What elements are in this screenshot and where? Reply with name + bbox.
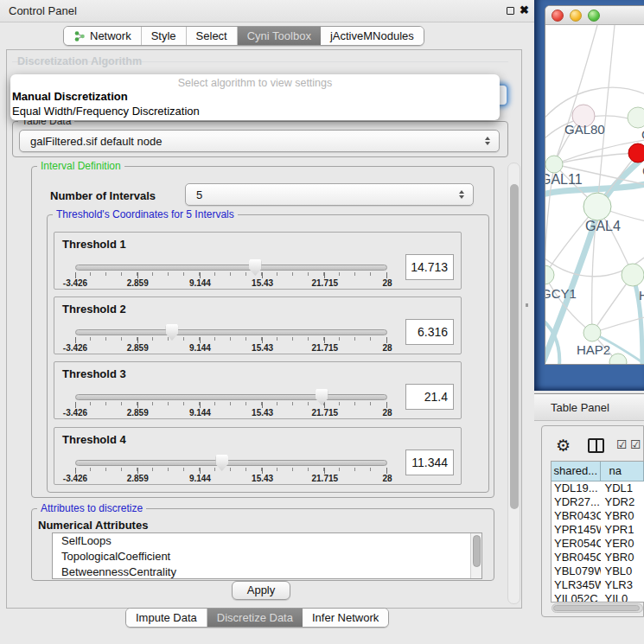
scale-label: 28 — [382, 343, 392, 353]
scrollbar-thumb[interactable] — [510, 184, 519, 509]
tab-network[interactable]: Network — [64, 27, 142, 45]
network-icon — [73, 30, 86, 42]
algorithm-dropdown-popup: Select algorithm to view settings Manual… — [10, 74, 500, 120]
tab-select[interactable]: Select — [187, 27, 238, 45]
table-cell[interactable]: YLR3 — [601, 578, 644, 592]
table-row[interactable]: YIL052C YIL0 — [552, 592, 644, 603]
table-cell[interactable]: YER0 — [601, 537, 644, 551]
scale-label: 28 — [382, 278, 392, 288]
apply-button[interactable]: Apply — [232, 581, 290, 600]
table-cell[interactable]: YER054C — [552, 537, 601, 551]
table-row[interactable]: YBR043C YBR0 — [552, 509, 644, 523]
float-window-icon[interactable] — [507, 7, 514, 15]
attributes-group-title: Attributes to discretize — [37, 502, 146, 514]
table-cell[interactable]: YIL052C — [552, 592, 601, 603]
column-header-name[interactable]: na — [601, 462, 644, 481]
table-row[interactable]: YLR345W YLR3 — [552, 578, 644, 592]
close-icon[interactable]: ✖ — [520, 3, 529, 16]
node-gcy1[interactable] — [545, 265, 554, 284]
zoom-traffic-light-icon[interactable] — [588, 10, 600, 22]
slider-track[interactable] — [75, 329, 387, 335]
main-scrollbar[interactable] — [507, 163, 520, 604]
tab-infer-network[interactable]: Infer Network — [303, 609, 388, 627]
table-cell[interactable]: YIL0 — [601, 592, 644, 603]
interval-definition-title: Interval Definition — [37, 160, 124, 172]
threshold-2-slider[interactable]: -3.426 2.859 9.144 15.43 21.715 28 — [75, 323, 387, 353]
threshold-3-value-field[interactable]: 21.4 — [405, 384, 454, 410]
node-h[interactable] — [622, 264, 644, 286]
node-red-selected[interactable] — [628, 143, 644, 163]
scale-label: 15.43 — [252, 343, 273, 353]
attributes-list[interactable]: SelfLoops TopologicalCoefficient Between… — [52, 532, 482, 579]
network-window-titlebar[interactable] — [545, 6, 644, 25]
table-cell[interactable]: YDR27... — [552, 495, 601, 509]
checkbox-checked-icon[interactable]: ☑ — [630, 437, 641, 451]
screen: Control Panel ✖ Network Style Select Cyn… — [0, 0, 644, 644]
tab-discretize-data[interactable]: Discretize Data — [207, 609, 303, 627]
dropdown-option-manual[interactable]: Manual Discretization — [12, 90, 128, 103]
node-gal11[interactable] — [545, 156, 563, 173]
table-cell[interactable]: YDL1 — [601, 481, 644, 495]
node-label-gcy1: GCY1 — [545, 286, 577, 301]
table-cell[interactable]: YPR1 — [601, 523, 644, 537]
minimize-traffic-light-icon[interactable] — [570, 10, 582, 22]
threshold-4-label: Threshold 4 — [62, 433, 126, 446]
table-cell[interactable]: YDR2 — [601, 495, 644, 509]
tab-style-label: Style — [151, 29, 176, 42]
column-layout-icon[interactable] — [588, 438, 604, 453]
node-partial-right[interactable] — [628, 107, 644, 128]
spinner-arrows-icon — [459, 190, 464, 200]
list-item[interactable]: TopologicalCoefficient — [53, 549, 481, 564]
scrollbar-thumb[interactable] — [553, 605, 640, 611]
slider-track[interactable] — [75, 265, 387, 271]
table-cell[interactable]: YDL19... — [552, 481, 601, 495]
threshold-2-value-field[interactable]: 6.316 — [405, 319, 454, 345]
table-cell[interactable]: YBR0 — [601, 509, 644, 523]
number-of-intervals-value: 5 — [186, 188, 459, 201]
table-row[interactable]: YDL19... YDL1 — [552, 481, 644, 495]
table-data-combobox[interactable]: galFiltered.sif default node — [19, 130, 500, 152]
table-cell[interactable]: YPR145W — [552, 523, 601, 537]
table-row[interactable]: YBL079W YBL0 — [552, 564, 644, 578]
threshold-4-slider[interactable]: -3.426 2.859 9.144 15.43 21.715 28 — [75, 454, 387, 483]
splitter-handle[interactable] — [526, 303, 528, 307]
table-cell[interactable]: YBL0 — [601, 564, 644, 578]
node-hap2[interactable] — [583, 324, 601, 341]
scale-label: 21.715 — [312, 474, 339, 483]
scrollbar-thumb[interactable] — [473, 535, 481, 567]
threshold-4-value-field[interactable]: 11.344 — [405, 450, 454, 475]
node-gal4[interactable] — [583, 193, 611, 220]
threshold-1-slider[interactable]: -3.426 2.859 9.144 15.43 21.715 28 — [75, 258, 387, 288]
number-of-intervals-combobox[interactable]: 5 — [185, 183, 474, 206]
table-horizontal-scrollbar[interactable] — [552, 603, 643, 613]
table-row[interactable]: YER054C YER0 — [552, 537, 644, 551]
tab-jactivemnodules[interactable]: jActiveMNodules — [321, 27, 424, 45]
table-cell[interactable]: YBR043C — [552, 509, 601, 523]
table-row[interactable]: YPR145W YPR1 — [552, 523, 644, 537]
spinner-arrows-icon — [485, 137, 490, 146]
slider-track[interactable] — [75, 460, 387, 466]
gear-icon[interactable]: ⚙ — [556, 436, 571, 456]
list-item[interactable]: SelfLoops — [53, 533, 481, 549]
table-cell[interactable]: YBR0 — [601, 551, 644, 564]
table-row[interactable]: YDR27... YDR2 — [552, 495, 644, 509]
tab-style[interactable]: Style — [142, 27, 187, 45]
threshold-1-value-field[interactable]: 14.713 — [405, 254, 454, 280]
column-header-shared-name[interactable]: shared... — [552, 462, 601, 481]
tab-cyni-toolbox[interactable]: Cyni Toolbox — [238, 27, 321, 45]
table-cell[interactable]: YBL079W — [552, 564, 601, 578]
checkbox-checked-icon[interactable]: ☑ — [616, 437, 628, 451]
list-item[interactable]: BetweennessCentrality — [53, 564, 481, 579]
attributes-list-scrollbar[interactable] — [470, 533, 481, 578]
table-cell[interactable]: YLR345W — [552, 578, 601, 592]
slider-track[interactable] — [75, 394, 387, 400]
slider-scale: -3.426 2.859 9.144 15.43 21.715 28 — [75, 343, 387, 354]
close-traffic-light-icon[interactable] — [552, 10, 564, 22]
table-row[interactable]: YBR045C YBR0 — [552, 551, 644, 564]
threshold-3-slider[interactable]: -3.426 2.859 9.144 15.43 21.715 28 — [75, 388, 387, 418]
dropdown-option-equal[interactable]: Equal Width/Frequency Discretization — [12, 105, 200, 118]
tab-impute-data[interactable]: Impute Data — [126, 609, 207, 627]
table-cell[interactable]: YBR045C — [552, 551, 601, 564]
node-label-gal80: GAL80 — [564, 122, 605, 137]
network-canvas[interactable]: GAL80 G GAL11 C GAL4 GCY1 H HAP2 — [545, 25, 644, 365]
